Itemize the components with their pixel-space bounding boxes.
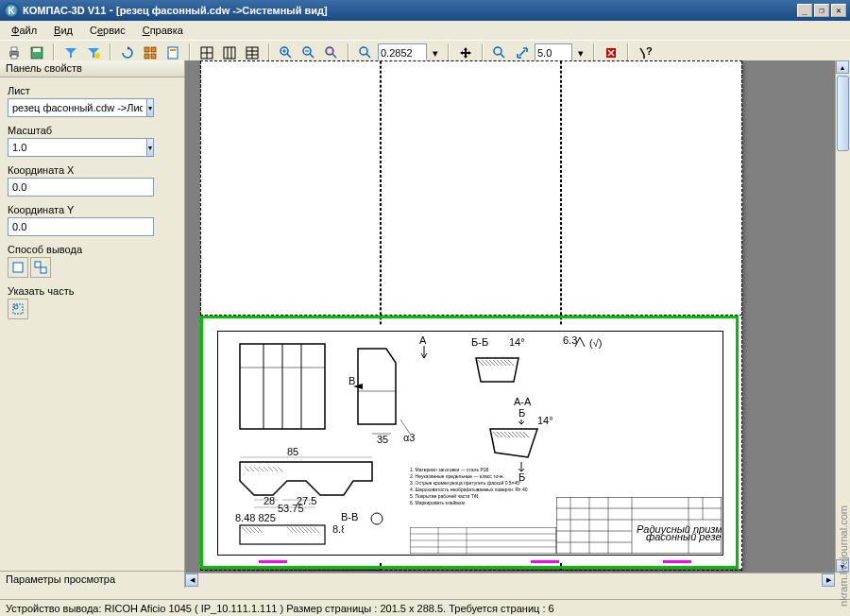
scroll-up-button[interactable]: ▲: [836, 60, 849, 74]
menu-view[interactable]: Вид: [46, 23, 80, 38]
status-text: Устройство вывода: RICOH Aficio 1045 ( I…: [6, 603, 554, 614]
scroll-right-button[interactable]: ▶: [822, 573, 835, 587]
svg-line-27: [310, 54, 314, 58]
coordx-input[interactable]: [8, 178, 154, 197]
svg-rect-1: [11, 47, 17, 51]
menu-service[interactable]: Сервис: [82, 23, 133, 38]
sheet-label: Лист: [8, 85, 177, 96]
svg-rect-4: [33, 48, 41, 52]
svg-text:А-А: А-А: [514, 396, 532, 407]
svg-text:14°: 14°: [509, 336, 525, 348]
svg-text:6.3: 6.3: [563, 334, 577, 346]
titlebar: K КОМПАС-3D V11 - [резец фасонный.cdw ->…: [0, 0, 850, 21]
svg-rect-8: [144, 54, 149, 59]
svg-text:А: А: [419, 334, 427, 346]
part-label: Указать часть: [8, 285, 177, 297]
statusbar: Устройство вывода: RICOH Aficio 1045 ( I…: [0, 599, 850, 616]
svg-text:Б: Б: [518, 407, 525, 419]
coordy-label: Координата Y: [8, 204, 177, 215]
part-select-button[interactable]: [8, 299, 28, 319]
svg-point-34: [494, 47, 502, 55]
svg-text:8.8: 8.8: [332, 523, 344, 535]
coordy-input[interactable]: [8, 217, 154, 236]
menu-help[interactable]: Справка: [135, 23, 191, 38]
svg-text:28: 28: [264, 495, 275, 506]
svg-rect-31: [327, 48, 332, 54]
vertical-scrollbar[interactable]: ▲ ▼: [835, 60, 850, 573]
drawing-notes: 1. Материал заготовки — сталь Р18 2. Неу…: [410, 467, 570, 506]
svg-text:8.48  825: 8.48 825: [235, 514, 276, 523]
svg-line-23: [287, 54, 291, 58]
drawing-content: В 35 α3 А Б-Б 14° 6.3 (√: [212, 325, 729, 561]
horizontal-scrollbar[interactable]: ◀ ▶: [185, 573, 835, 588]
svg-rect-15: [224, 47, 235, 59]
output-label: Способ вывода: [8, 244, 177, 255]
scale-panel-dropdown-button[interactable]: ▾: [146, 138, 154, 157]
minimize-button[interactable]: _: [797, 4, 812, 17]
coordx-label: Координата X: [8, 164, 177, 176]
app-icon: K: [4, 3, 19, 18]
sheet-dropdown-button[interactable]: ▾: [146, 98, 154, 117]
scale-input[interactable]: [8, 138, 146, 157]
svg-line-33: [366, 54, 370, 58]
restore-button[interactable]: ❐: [814, 4, 829, 17]
svg-rect-9: [151, 54, 156, 59]
svg-rect-40: [41, 267, 46, 273]
zoom-value-input[interactable]: [378, 43, 427, 62]
svg-rect-6: [144, 47, 149, 52]
scale-label: Масштаб: [8, 125, 177, 136]
svg-text:35: 35: [377, 434, 388, 445]
svg-text:53.75: 53.75: [278, 503, 304, 514]
svg-rect-38: [13, 263, 23, 272]
svg-point-72: [371, 513, 382, 524]
svg-text:(√): (√): [589, 337, 602, 349]
output-mode2-button[interactable]: [30, 257, 51, 278]
titlebar-text: КОМПАС-3D V11 - [резец фасонный.cdw ->Си…: [23, 4, 797, 17]
svg-point-32: [360, 47, 367, 55]
close-button[interactable]: ✕: [831, 4, 846, 17]
svg-rect-7: [151, 47, 156, 52]
scroll-left-button[interactable]: ◀: [185, 573, 198, 587]
svg-text:85: 85: [287, 448, 298, 457]
svg-rect-74: [240, 525, 325, 544]
menu-file[interactable]: Файл: [4, 23, 44, 38]
svg-rect-11: [170, 49, 176, 51]
watermark: nkram.livejournal.com: [838, 505, 849, 607]
svg-text:фасонный резец: фасонный резец: [646, 531, 722, 542]
svg-rect-10: [168, 47, 178, 59]
svg-text:Б-Б: Б-Б: [471, 336, 488, 348]
svg-point-42: [14, 305, 18, 309]
panel-header: Панель свойств: [0, 60, 184, 77]
svg-rect-2: [11, 55, 17, 59]
panel-tab[interactable]: Параметры просмотра: [0, 571, 184, 588]
svg-text:В: В: [348, 375, 355, 386]
svg-line-35: [501, 54, 504, 58]
svg-text:?: ?: [646, 45, 653, 57]
scale-value-input[interactable]: [535, 43, 572, 62]
properties-panel: Панель свойств Лист ▾ Масштаб ▾ Координа…: [0, 60, 185, 588]
scroll-thumb[interactable]: [837, 76, 849, 151]
output-mode1-button[interactable]: [8, 257, 28, 278]
menubar: Файл Вид Сервис Справка: [0, 21, 850, 40]
svg-text:14°: 14°: [537, 415, 553, 426]
svg-text:α3: α3: [403, 432, 415, 443]
svg-point-5: [94, 53, 100, 59]
canvas-area[interactable]: В 35 α3 А Б-Б 14° 6.3 (√: [185, 60, 850, 588]
svg-rect-39: [35, 262, 41, 267]
sheet-select[interactable]: [8, 98, 146, 117]
svg-line-30: [332, 54, 336, 58]
